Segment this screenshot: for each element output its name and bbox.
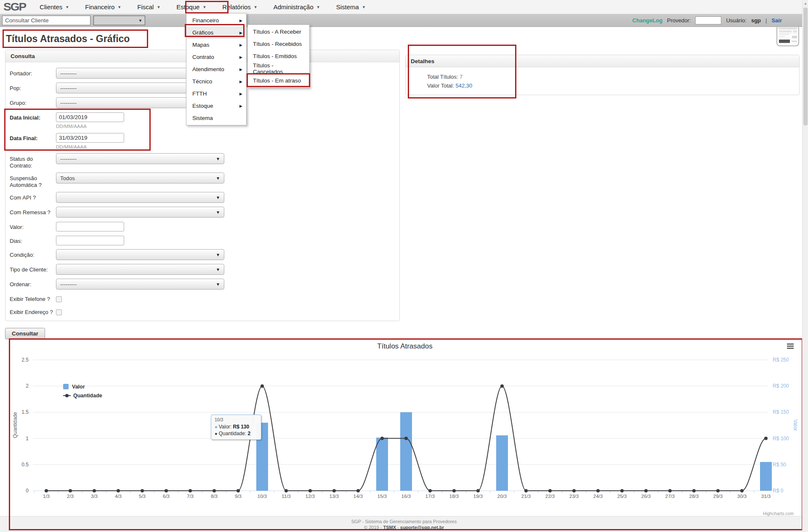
line-marker-31/3[interactable]	[764, 437, 768, 440]
line-marker-19/3[interactable]	[476, 489, 480, 492]
line-marker-8/3[interactable]	[213, 489, 216, 492]
com-api-select[interactable]: ▼	[56, 192, 224, 203]
status-do-contrato-select[interactable]: ---------▼	[56, 153, 224, 164]
line-marker-5/3[interactable]	[141, 489, 144, 492]
line-marker-25/3[interactable]	[620, 489, 624, 492]
condicao-select[interactable]: ▼	[56, 249, 224, 260]
bar-31/3[interactable]	[760, 462, 772, 491]
consultar-button[interactable]: Consultar	[5, 328, 45, 339]
line-marker-30/3[interactable]	[740, 489, 744, 492]
footer-email[interactable]: suporte@sgp.net.br	[400, 525, 444, 530]
changelog-link[interactable]: ChangeLog	[633, 17, 663, 24]
search-input[interactable]	[2, 16, 90, 25]
line-marker-24/3[interactable]	[596, 489, 600, 492]
line-marker-12/3[interactable]	[308, 489, 312, 492]
nav-menu-financeiro[interactable]: Financeiro▼	[77, 0, 129, 14]
username: sgp	[751, 17, 761, 24]
left-axis-title: Quantidade	[12, 412, 18, 438]
line-marker-26/3[interactable]	[644, 489, 648, 492]
line-marker-21/3[interactable]	[524, 489, 528, 492]
menu-item-sistema[interactable]: Sistema	[186, 112, 246, 124]
exibir-telefone-checkbox[interactable]	[56, 296, 62, 302]
menu-item-graficos[interactable]: Gráficos▶	[186, 27, 246, 39]
submenu-item-titulos-em-atraso[interactable]: Títulos - Em atraso	[248, 74, 309, 87]
legend-valor-label: Valor	[72, 384, 85, 390]
right-axis-tick: R$ 100	[773, 436, 789, 442]
line-marker-16/3[interactable]	[404, 437, 408, 440]
provedor-input[interactable]	[695, 16, 721, 24]
line-marker-11/3[interactable]	[284, 489, 288, 492]
line-marker-9/3[interactable]	[237, 489, 240, 492]
line-marker-27/3[interactable]	[668, 489, 672, 492]
line-marker-7/3[interactable]	[189, 489, 192, 492]
x-axis-label: 18/3	[449, 494, 459, 499]
menu-item-contrato[interactable]: Contrato▶	[186, 51, 246, 63]
tooltip-rows: ● Valor: R$ 130● Quantidade: 2	[215, 423, 258, 437]
submenu-item-titulos-emitidos[interactable]: Títulos - Emitidos	[248, 50, 309, 62]
tipo-de-cliente-select[interactable]: ▼	[56, 264, 224, 275]
chevron-down-icon: ▼	[216, 253, 220, 257]
x-axis-label: 7/3	[187, 494, 194, 499]
bar-20/3[interactable]	[496, 435, 508, 491]
line-marker-2/3[interactable]	[69, 489, 72, 492]
x-axis-label: 21/3	[521, 494, 531, 499]
scrollbar-up-arrow-icon[interactable]: ▲	[803, 0, 808, 7]
tooltip-date: 10/3	[215, 417, 258, 422]
logout-link[interactable]: Sair	[771, 17, 782, 24]
nav-menu-administracao[interactable]: Administração▼	[266, 0, 328, 14]
vertical-scrollbar[interactable]: ▲	[802, 0, 808, 532]
submenu-item-titulos-cancelados[interactable]: Títulos - Cancelados	[248, 62, 309, 74]
data-final-input[interactable]	[56, 133, 124, 143]
menu-item-atendimento[interactable]: Atendimento▶	[186, 63, 246, 75]
nav-menu-estoque[interactable]: Estoque▼	[168, 0, 214, 14]
left-axis-tick: 1.5	[21, 409, 29, 415]
nav-menu-sistema[interactable]: Sistema▼	[328, 0, 374, 14]
chart-context-menu-icon[interactable]	[787, 343, 794, 349]
line-marker-28/3[interactable]	[692, 489, 696, 492]
valor-input[interactable]	[56, 222, 124, 231]
line-marker-3/3[interactable]	[93, 489, 96, 492]
line-marker-22/3[interactable]	[548, 489, 552, 492]
bar-15/3[interactable]	[376, 438, 388, 491]
highcharts-credit[interactable]: Highcharts.com	[763, 511, 794, 516]
line-marker-6/3[interactable]	[165, 489, 168, 492]
bar-16/3[interactable]	[400, 412, 412, 491]
nav-menu-label: Estoque	[176, 3, 199, 11]
submenu-item-titulos-recebidos[interactable]: Títulos - Recebidos	[248, 38, 309, 50]
line-marker-10/3[interactable]	[260, 384, 264, 388]
nav-menu-fiscal[interactable]: Fiscal▼	[129, 0, 168, 14]
scrollbar-thumb[interactable]	[803, 8, 808, 125]
dias-input[interactable]	[56, 236, 124, 245]
line-marker-4/3[interactable]	[117, 489, 120, 492]
line-marker-13/3[interactable]	[332, 489, 336, 492]
exibir-endereco-checkbox[interactable]	[56, 309, 62, 315]
form-row-status-do-contrato: Status do Contrato:---------▼	[10, 153, 395, 169]
select-value: Todos	[60, 175, 75, 181]
toolbar-select[interactable]: ▼	[93, 16, 145, 25]
right-axis-tick: R$ 0	[773, 488, 784, 494]
menu-item-tecnico[interactable]: Técnico▶	[186, 75, 246, 88]
line-marker-1/3[interactable]	[45, 489, 48, 492]
menu-item-ftth[interactable]: FTTH▶	[186, 88, 246, 100]
ordenar-select[interactable]: ---------▼	[56, 279, 224, 290]
data-inicial-input[interactable]	[56, 112, 124, 122]
line-marker-18/3[interactable]	[452, 489, 456, 492]
line-marker-14/3[interactable]	[356, 489, 360, 492]
line-marker-17/3[interactable]	[428, 489, 432, 492]
menu-item-financeiro[interactable]: Financeiro▶	[186, 14, 246, 27]
com-remessa-select[interactable]: ▼	[56, 207, 224, 218]
nav-menu-relatorios[interactable]: Relatórios▼	[214, 0, 265, 14]
nav-menu-clientes[interactable]: Clientes▼	[32, 0, 77, 14]
sgp-logo: SGP	[3, 1, 26, 13]
menu-item-estoque[interactable]: Estoque▶	[186, 100, 246, 112]
line-marker-23/3[interactable]	[572, 489, 576, 492]
line-marker-20/3[interactable]	[500, 384, 504, 388]
menu-item-mapas[interactable]: Mapas▶	[186, 39, 246, 51]
boleto-document-icon[interactable]	[776, 24, 800, 48]
line-marker-29/3[interactable]	[716, 489, 720, 492]
suspensao-automatica-select[interactable]: Todos▼	[56, 173, 224, 184]
line-marker-15/3[interactable]	[380, 437, 384, 440]
field-control: ---------▼	[56, 153, 224, 164]
submenu-item-titulos-a-receber[interactable]: Títulos - A Receber	[248, 26, 309, 38]
right-axis-tick: R$ 150	[773, 409, 789, 415]
